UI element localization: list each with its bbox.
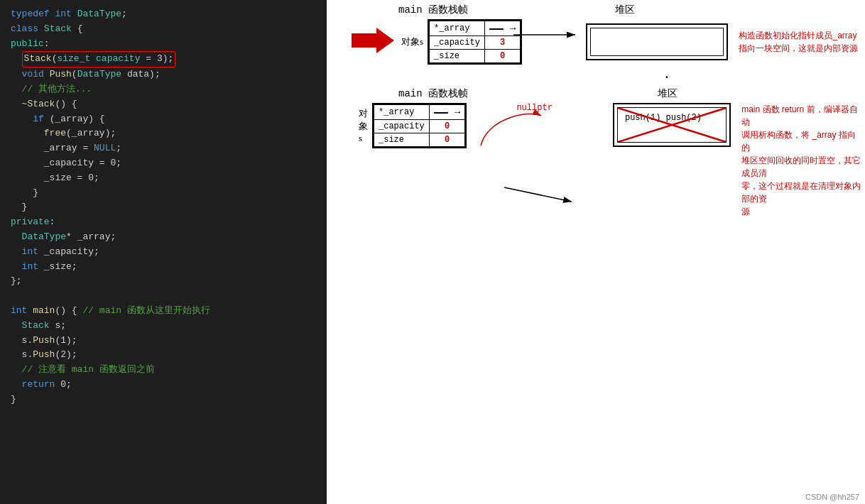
field-size: _size	[430, 50, 485, 63]
bottom-heap-title: 堆区	[586, 87, 749, 100]
code-line-15: private:	[11, 215, 316, 230]
val-size-b: 0	[429, 133, 465, 147]
code-line-9: free(_array);	[11, 126, 316, 141]
code-line-26: return 0;	[11, 378, 316, 393]
bottom-connector-area	[352, 218, 861, 225]
table-row: _size 0	[374, 133, 465, 147]
top-heap-title: 堆区	[543, 4, 707, 16]
code-line-2: class Stack {	[11, 22, 316, 37]
code-line-3: public:	[11, 37, 316, 52]
main-container: typedef int DataType; class Stack { publ…	[0, 0, 865, 504]
bottom-diagram-row: 对象s *_array → _capacity	[337, 103, 861, 218]
field-array-b: *_array	[374, 105, 430, 120]
top-stack-frame-outer: 对象s *_array → _capacity	[401, 19, 522, 65]
top-diagram-row: 对象s *_array → _capacity	[337, 19, 861, 65]
code-line-19: };	[11, 274, 316, 289]
code-panel: typedef int DataType; class Stack { publ…	[0, 0, 327, 504]
code-line-4: Stack(size_t capacity = 3);	[11, 51, 316, 67]
code-line-7: ~Stack() {	[11, 97, 316, 112]
arrow-head-b: →	[455, 106, 460, 118]
top-obj-label: 对象s	[401, 35, 423, 48]
bottom-heap-outer-box: push(1) push(2)	[613, 103, 731, 147]
bottom-annotation: main 函数 return 前，编译器自动调用析构函数，将 _array 指向…	[741, 103, 861, 218]
code-line-16: DataType* _array;	[11, 230, 316, 245]
code-line-22: Stack s;	[11, 319, 316, 334]
bottom-annotation-text: main 函数 return 前，编译器自动调用析构函数，将 _array 指向…	[741, 104, 861, 217]
code-line-6: // 其他方法...	[11, 82, 316, 97]
code-line-11: _capacity = 0;	[11, 156, 316, 171]
code-line-23: s.Push(1);	[11, 334, 316, 349]
arrow-line-b	[434, 112, 448, 114]
code-line-18: int _size;	[11, 260, 316, 275]
top-heap-inner-box	[590, 28, 724, 56]
top-main-frame-title: main 函数栈帧	[352, 4, 515, 16]
table-row: _capacity 0	[374, 120, 465, 133]
field-array: *_array	[430, 21, 485, 36]
diagram-panel: main 函数栈帧 堆区 对象s	[327, 0, 865, 504]
code-line-10: _array = NULL;	[11, 141, 316, 156]
top-big-arrow	[352, 28, 394, 56]
top-stack-frame-box: *_array → _capacity 3	[428, 19, 522, 65]
field-capacity: _capacity	[430, 36, 485, 50]
watermark: CSDN @hh257	[805, 493, 859, 501]
table-row: _capacity 3	[430, 36, 521, 50]
code-line-5: void Push(DataType data);	[11, 67, 316, 82]
field-capacity-b: _capacity	[374, 120, 430, 133]
val-size: 0	[484, 50, 521, 63]
code-line-27: }	[11, 393, 316, 407]
bottom-frame-table: *_array → _capacity 0	[374, 104, 465, 147]
top-annotation-text: 构造函数初始化指针成员_array指向一块空间，这就是内部资源	[739, 31, 858, 53]
code-line-14: }	[11, 200, 316, 215]
table-row: *_array →	[430, 21, 521, 36]
code-line-13: }	[11, 186, 316, 201]
val-array-b: →	[429, 105, 465, 120]
code-line-8: if (_array) {	[11, 112, 316, 127]
code-line-21: int main() { // main 函数从这里开始执行	[11, 304, 316, 319]
table-row: _size 0	[430, 50, 521, 63]
top-heap-outer-box	[586, 23, 728, 60]
svg-marker-0	[352, 28, 394, 53]
code-line-blank	[11, 289, 316, 304]
separator-dot: ·	[472, 70, 861, 84]
table-row: *_array →	[374, 105, 465, 120]
top-diagram-section: main 函数栈帧 堆区 对象s	[330, 4, 861, 65]
nullptr-area: nullptr	[474, 103, 592, 167]
code-line-17: int _capacity;	[11, 245, 316, 260]
heap-content-text: push(1) push(2)	[625, 113, 702, 123]
val-capacity: 3	[484, 36, 521, 50]
arrow-line	[489, 28, 504, 30]
top-annotation: 构造函数初始化指针成员_array指向一块空间，这就是内部资源	[739, 29, 858, 55]
bottom-main-frame-title: main 函数栈帧	[352, 87, 515, 100]
code-line-24: s.Push(2);	[11, 348, 316, 363]
top-frame-table: *_array → _capacity 3	[429, 21, 521, 63]
val-capacity-b: 0	[429, 120, 465, 133]
bottom-obj-label: 对象s	[359, 107, 368, 144]
bottom-diagram-section: main 函数栈帧 堆区 对象s *_array	[330, 87, 861, 225]
code-line-1: typedef int DataType;	[11, 7, 316, 22]
big-arrow-svg	[352, 28, 394, 53]
code-line-25: // 注意看 main 函数返回之前	[11, 363, 316, 378]
nullptr-label: nullptr	[516, 103, 552, 113]
bottom-stack-frame-outer: 对象s *_array → _capacity	[359, 103, 467, 148]
arrow-head: →	[510, 23, 516, 34]
bottom-stack-frame-box: *_array → _capacity 0	[372, 103, 467, 148]
top-labels-row: main 函数栈帧 堆区	[352, 4, 861, 16]
code-line-12: _size = 0;	[11, 171, 316, 186]
val-array: →	[484, 21, 521, 36]
bottom-labels-row: main 函数栈帧 堆区	[352, 87, 861, 100]
bottom-heap-inner-box: push(1) push(2)	[617, 107, 727, 143]
field-size-b: _size	[374, 133, 430, 147]
